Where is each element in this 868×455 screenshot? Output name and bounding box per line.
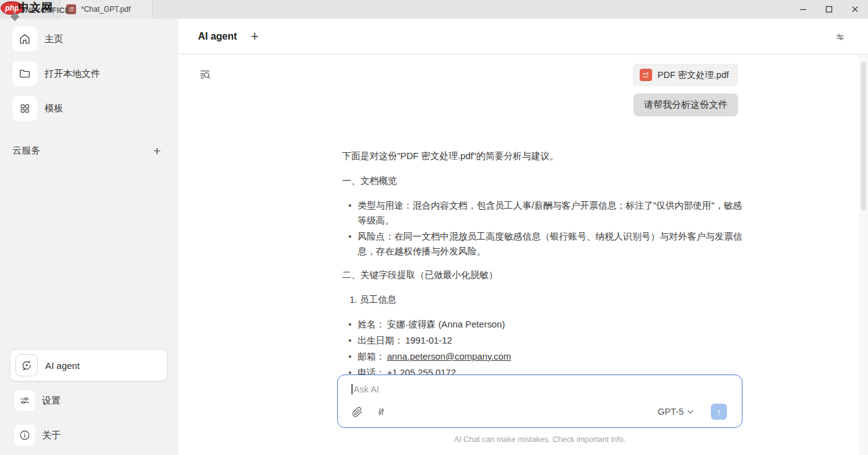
app-logo: ONLYOFFICE php 中文网 — [0, 0, 59, 19]
document-tab[interactable]: *Chat_GPT.pdf — [59, 0, 153, 19]
user-message-bubble: 请帮我分析这份文件 — [634, 93, 738, 116]
sidebar-item-label: 设置 — [42, 395, 61, 407]
add-cloud-button[interactable]: + — [153, 144, 161, 157]
disclaimer-text: AI Chat can make mistakes. Check importa… — [337, 435, 742, 444]
home-icon — [12, 27, 37, 51]
main-panel: AI agent + — [178, 19, 868, 455]
folder-icon — [12, 61, 37, 86]
templates-grid-icon — [12, 96, 37, 121]
model-selector[interactable]: GPT-5 — [658, 407, 694, 417]
bullet-list: 类型与用途：混合内容文档，包含员工人事/薪酬与客户开票信息；标注了"仅供内部使用… — [342, 198, 742, 259]
field-label: 邮箱： — [358, 352, 385, 362]
ai-response: 下面是对这份"PDF 密文处理.pdf"的简要分析与建议。 一、文档概览 类型与… — [342, 149, 742, 380]
sidebar-item-templates[interactable]: 模板 — [12, 96, 178, 121]
numbered-item: 1. 员工信息 — [342, 292, 742, 307]
app-window: ONLYOFFICE php 中文网 *Chat_GPT.pdf — [0, 0, 868, 455]
input-placeholder: Ask AI — [354, 384, 379, 394]
minimize-button[interactable] — [790, 0, 816, 19]
sidebar-item-label: 打开本地文件 — [45, 68, 100, 80]
attachment-filename: PDF 密文处理.pdf — [658, 69, 729, 81]
paperclip-icon — [351, 406, 363, 418]
field-value: 安娜·彼得森 (Anna Peterson) — [387, 319, 505, 329]
window-controls — [790, 0, 868, 19]
email-link[interactable]: anna.peterson@company.com — [387, 352, 511, 362]
settings-sliders-icon — [14, 390, 35, 411]
prompt-settings-button[interactable] — [376, 406, 387, 417]
sidebar-item-open-local-file[interactable]: 打开本地文件 — [12, 61, 178, 86]
ai-agent-icon — [15, 354, 38, 376]
sidebar-item-about[interactable]: 关于 — [14, 425, 178, 446]
attach-file-button[interactable] — [351, 406, 363, 418]
cloud-services-label: 云服务 — [12, 145, 40, 157]
scrollbar-track[interactable] — [859, 54, 868, 455]
chevron-down-icon — [687, 410, 694, 414]
chat-options-icon[interactable] — [835, 32, 846, 43]
ai-prompt-composer: Ask AI — [337, 375, 742, 428]
page-title: AI agent — [198, 31, 237, 42]
text-cursor — [351, 384, 353, 394]
chat-area: PDF 密文处理.pdf 请帮我分析这份文件 下面是对这份"PDF 密文处理.p… — [178, 54, 868, 455]
chat-header: AI agent + — [178, 19, 868, 54]
ask-ai-input[interactable]: Ask AI — [351, 384, 727, 394]
sidebar-item-label: 模板 — [45, 103, 63, 115]
list-item: 出生日期：1991-01-12 — [342, 333, 742, 348]
info-icon — [14, 425, 35, 446]
sidebar-item-home[interactable]: 主页 — [12, 27, 178, 51]
field-label: 姓名： — [358, 319, 385, 329]
sidebar: 主页 打开本地文件 模 — [0, 19, 178, 455]
section-title: 一、文档概览 — [342, 173, 742, 188]
ai-intro-text: 下面是对这份"PDF 密文处理.pdf"的简要分析与建议。 — [342, 149, 742, 163]
vertical-sliders-icon — [376, 406, 387, 417]
sidebar-item-label: 关于 — [42, 430, 61, 441]
sidebar-item-label: 主页 — [45, 33, 63, 45]
tab-label: *Chat_GPT.pdf — [81, 5, 131, 14]
field-label: 出生日期： — [358, 336, 403, 345]
pdf-file-icon — [640, 69, 652, 81]
sidebar-item-ai-agent[interactable]: AI agent — [10, 349, 168, 381]
cloud-services-section: 云服务 + — [12, 144, 178, 157]
list-item: 邮箱：anna.peterson@company.com — [342, 349, 742, 364]
list-item: 类型与用途：混合内容文档，包含员工人事/薪酬与客户开票信息；标注了"仅供内部使用… — [342, 198, 742, 228]
section-title: 二、关键字段提取（已做最小化脱敏） — [342, 267, 742, 282]
sidebar-item-label: AI agent — [45, 360, 80, 371]
send-button[interactable]: ↑ — [711, 404, 727, 420]
send-icon: ↑ — [716, 407, 721, 417]
field-value: 1991-01-12 — [405, 336, 452, 345]
maximize-icon — [825, 6, 833, 13]
title-bar: ONLYOFFICE php 中文网 *Chat_GPT.pdf — [0, 0, 868, 19]
close-button[interactable] — [842, 0, 868, 19]
minimize-icon — [799, 6, 807, 13]
model-name: GPT-5 — [658, 407, 684, 417]
watermark-text: 中文网 — [18, 0, 53, 15]
close-icon — [851, 6, 859, 13]
scrollbar-thumb[interactable] — [861, 62, 866, 210]
list-item: 风险点：在同一文档中混放员工高度敏感信息（银行账号、纳税人识别号）与对外客户与发… — [342, 229, 742, 259]
attachment-chip[interactable]: PDF 密文处理.pdf — [633, 64, 738, 86]
bullet-list: 姓名：安娜·彼得森 (Anna Peterson) 出生日期：1991-01-1… — [342, 317, 742, 380]
sidebar-item-settings[interactable]: 设置 — [14, 390, 178, 411]
search-chats-icon[interactable] — [199, 68, 212, 82]
maximize-button[interactable] — [816, 0, 842, 19]
new-chat-button[interactable]: + — [251, 30, 259, 43]
list-item: 姓名：安娜·彼得森 (Anna Peterson) — [342, 317, 742, 332]
